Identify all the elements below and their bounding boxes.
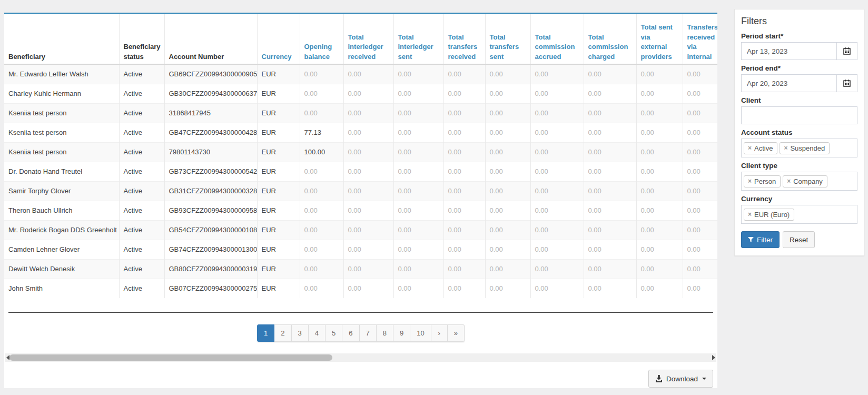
status-cell: Active xyxy=(119,220,164,240)
table-scroll-area[interactable]: BeneficiaryBeneficiary statusAccount Num… xyxy=(4,14,717,298)
currency-cell: EUR xyxy=(257,123,300,142)
page-button-10[interactable]: 10 xyxy=(410,324,431,342)
value-cell: 0.00 xyxy=(530,220,584,240)
column-header-total-interledger-received[interactable]: Total interledger received xyxy=(343,14,393,64)
status-cell: Active xyxy=(119,64,164,84)
filter-button[interactable]: Filter xyxy=(741,231,780,248)
remove-tag-icon[interactable]: × xyxy=(748,211,752,218)
beneficiary-cell: Kseniia test person xyxy=(4,123,119,142)
table-row: Kseniia test personActiveGB47CFZZ0099430… xyxy=(4,123,717,142)
currency-select[interactable]: ×EUR (Euro) xyxy=(741,205,857,224)
table-row: Theron Bauch UllrichActiveGB93CFZZ009943… xyxy=(4,201,717,220)
pagination-next-button[interactable]: › xyxy=(431,324,448,342)
account-number-cell: GB74CFZZ00994300001300 xyxy=(164,240,257,259)
value-cell: 0.00 xyxy=(584,84,636,103)
value-cell: 0.00 xyxy=(343,103,393,123)
value-cell: 0.00 xyxy=(530,201,584,220)
account-number-cell: GB30CFZZ00994300000637 xyxy=(164,84,257,103)
period-end-input[interactable] xyxy=(741,74,836,92)
value-cell: 0.00 xyxy=(343,240,393,259)
page-button-6[interactable]: 6 xyxy=(342,324,359,342)
page-button-4[interactable]: 4 xyxy=(309,324,326,342)
page-button-9[interactable]: 9 xyxy=(393,324,410,342)
value-cell: 0.00 xyxy=(584,123,636,142)
account-status-label: Account status xyxy=(741,129,857,136)
value-cell: 0.00 xyxy=(485,84,530,103)
download-button[interactable]: Download xyxy=(648,370,713,388)
column-header-total-sent-via-external-providers[interactable]: Total sent via external providers xyxy=(636,14,683,64)
value-cell: 0.00 xyxy=(683,240,717,259)
remove-tag-icon[interactable]: × xyxy=(748,178,752,184)
value-cell: 0.00 xyxy=(485,162,530,181)
account-number-cell: GB69CFZZ00994300000905 xyxy=(164,64,257,84)
column-header-total-transfers-sent[interactable]: Total transfers sent xyxy=(485,14,530,64)
remove-tag-icon[interactable]: × xyxy=(748,145,752,151)
selected-tag-suspended: ×Suspended xyxy=(780,142,830,154)
period-end-calendar-button[interactable] xyxy=(836,74,857,92)
value-cell: 0.00 xyxy=(485,259,530,279)
table-row: Camden Lehner GloverActiveGB74CFZZ009943… xyxy=(4,240,717,259)
download-icon xyxy=(655,375,663,382)
account-status-select[interactable]: ×Active×Suspended xyxy=(741,139,857,157)
client-input[interactable] xyxy=(741,106,857,124)
value-cell: 0.00 xyxy=(443,142,485,162)
funnel-icon xyxy=(748,237,754,243)
value-cell: 0.00 xyxy=(343,259,393,279)
account-number-cell: GB93CFZZ00994300000958 xyxy=(164,201,257,220)
column-header-currency[interactable]: Currency xyxy=(257,14,300,64)
status-cell: Active xyxy=(119,103,164,123)
scrollbar-thumb[interactable] xyxy=(9,354,332,361)
beneficiary-cell: Dr. Donato Hand Treutel xyxy=(4,162,119,181)
page-button-2[interactable]: 2 xyxy=(274,324,291,342)
remove-tag-icon[interactable]: × xyxy=(784,145,787,151)
selected-tag-person: ×Person xyxy=(744,175,781,187)
column-header-total-interledger-sent[interactable]: Total interledger sent xyxy=(393,14,443,64)
calendar-icon xyxy=(843,80,851,87)
column-header-total-transfers-received[interactable]: Total transfers received xyxy=(443,14,485,64)
reset-button[interactable]: Reset xyxy=(783,231,815,248)
value-cell: 0.00 xyxy=(485,201,530,220)
account-number-cell: GB47CFZZ00994300000428 xyxy=(164,123,257,142)
column-header-opening-balance[interactable]: Opening balance xyxy=(300,14,343,64)
value-cell: 0.00 xyxy=(300,103,343,123)
value-cell: 0.00 xyxy=(584,259,636,279)
beneficiary-cell: Kseniia test person xyxy=(4,103,119,123)
page-button-5[interactable]: 5 xyxy=(326,324,342,342)
page-button-8[interactable]: 8 xyxy=(377,324,393,342)
period-start-label: Period start* xyxy=(741,32,857,40)
page-button-1[interactable]: 1 xyxy=(257,324,274,342)
status-cell: Active xyxy=(119,279,164,298)
horizontal-scrollbar[interactable] xyxy=(5,353,716,362)
scroll-right-arrow-icon[interactable] xyxy=(712,355,715,360)
table-row: Charley Kuhic HermannActiveGB30CFZZ00994… xyxy=(4,84,717,103)
selected-tag-eur-euro: ×EUR (Euro) xyxy=(744,209,794,221)
period-start-group xyxy=(741,42,857,60)
value-cell: 0.00 xyxy=(343,142,393,162)
page-button-3[interactable]: 3 xyxy=(292,324,309,342)
column-header-transfers-received-via-internal[interactable]: Transfers received via internal xyxy=(683,14,717,64)
period-start-calendar-button[interactable] xyxy=(836,42,857,60)
page-button-7[interactable]: 7 xyxy=(360,324,377,342)
pagination-last-button[interactable]: » xyxy=(448,324,465,342)
value-cell: 0.00 xyxy=(683,142,717,162)
period-start-input[interactable] xyxy=(741,42,836,60)
table-row: Dr. Donato Hand TreutelActiveGB73CFZZ009… xyxy=(4,162,717,181)
table-row: John SmithActiveGB07CFZZ00994300000275EU… xyxy=(4,279,717,298)
value-cell: 0.00 xyxy=(530,181,584,201)
value-cell: 0.00 xyxy=(636,64,683,84)
beneficiaries-report-card: BeneficiaryBeneficiary statusAccount Num… xyxy=(4,13,717,388)
value-cell: 0.00 xyxy=(443,240,485,259)
value-cell: 0.00 xyxy=(584,181,636,201)
table-body: Mr. Edwardo Leffler WalshActiveGB69CFZZ0… xyxy=(4,64,717,298)
column-header-total-commission-charged[interactable]: Total commission charged xyxy=(584,14,636,64)
status-cell: Active xyxy=(119,201,164,220)
remove-tag-icon[interactable]: × xyxy=(787,178,791,184)
status-cell: Active xyxy=(119,123,164,142)
value-cell: 0.00 xyxy=(443,84,485,103)
client-type-label: Client type xyxy=(741,162,857,170)
value-cell: 0.00 xyxy=(393,259,443,279)
value-cell: 0.00 xyxy=(300,279,343,298)
currency-cell: EUR xyxy=(257,64,300,84)
column-header-total-commission-accrued[interactable]: Total commission accrued xyxy=(530,14,584,64)
client-type-select[interactable]: ×Person×Company xyxy=(741,172,857,191)
